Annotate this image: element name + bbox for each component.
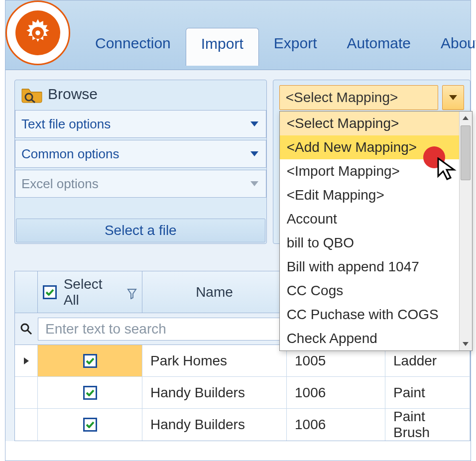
excel-options: Excel options [15,170,266,198]
folder-search-icon [21,85,43,103]
row-checkbox-cell[interactable] [38,377,142,408]
cell-id: 1006 [287,409,385,441]
app-window: Connection Import Export Automate About [5,0,471,461]
menu-about[interactable]: About [426,28,476,64]
cell-item: Paint Brush [385,409,470,441]
mapping-option[interactable]: Check Append [280,327,459,350]
mapping-option[interactable]: CC Puchase with COGS [280,303,459,327]
row-indicator [15,377,38,408]
browse-button[interactable]: Browse [15,80,266,108]
mapping-option[interactable]: <Import Mapping> [280,159,459,183]
mapping-option[interactable]: Bill with append 1047 [280,255,459,279]
file-panel: Browse Text file options Common options … [14,80,267,244]
row-indicator-header [15,271,38,313]
text-file-options[interactable]: Text file options [15,110,266,138]
select-all-header[interactable]: Select All [38,271,142,313]
row-checkbox[interactable] [83,386,97,400]
scroll-up-button[interactable] [460,112,472,124]
excel-options-label: Excel options [21,176,99,192]
cell-id: 1006 [287,377,385,408]
mapping-select[interactable]: <Select Mapping> [279,85,438,110]
common-options-label: Common options [21,146,119,162]
cell-name: Handy Builders [142,409,287,441]
mapping-option[interactable]: CC Cogs [280,279,459,303]
svg-point-2 [21,324,28,331]
row-indicator [15,345,38,376]
row-indicator [15,409,38,441]
cell-name: Park Homes [142,345,287,376]
row-checkbox-cell[interactable] [38,409,142,441]
app-logo[interactable] [5,0,70,65]
select-all-label: Select All [64,276,120,308]
select-all-checkbox[interactable] [43,285,57,299]
browse-label: Browse [48,86,98,103]
scroll-down-button[interactable] [460,338,472,350]
chevron-down-icon [449,95,457,100]
ribbon-bar: Connection Import Export Automate About [5,0,471,70]
chevron-down-icon [249,118,260,129]
search-icon [15,323,38,336]
table-row[interactable]: Handy Builders1006Paint Brush [15,409,470,441]
svg-line-3 [27,330,31,334]
text-file-options-label: Text file options [21,116,111,132]
select-file-footer: Select a file [16,219,265,242]
common-options[interactable]: Common options [15,140,266,168]
mapping-option[interactable]: <Edit Mapping> [280,183,459,207]
mapping-dropdown-button[interactable] [442,85,464,110]
grid-body: Park Homes1005LadderHandy Builders1006Pa… [15,345,470,441]
row-checkbox[interactable] [83,354,97,368]
mapping-panel: <Select Mapping> <Select Mapping><Add Ne… [273,80,471,244]
table-row[interactable]: Handy Builders1006Paint [15,377,470,409]
chevron-down-icon [249,178,260,189]
mapping-option[interactable]: <Select Mapping> [280,112,459,135]
gear-icon [23,18,53,48]
menu-automate[interactable]: Automate [332,28,426,64]
row-checkbox-cell[interactable] [38,345,142,376]
name-column-header[interactable]: Name [142,271,287,313]
mapping-option[interactable]: <Add New Mapping> [280,135,459,159]
menu-connection[interactable]: Connection [80,28,186,64]
menu-export[interactable]: Export [259,28,332,64]
cell-name: Handy Builders [142,377,287,408]
dropdown-scrollbar[interactable] [459,112,472,350]
chevron-down-icon [249,148,260,159]
ribbon-content: Browse Text file options Common options … [5,70,471,441]
mapping-dropdown[interactable]: <Select Mapping><Add New Mapping><Import… [279,111,473,351]
menu-import[interactable]: Import [186,28,259,66]
mapping-select-value: <Select Mapping> [286,90,398,106]
mapping-option[interactable]: bill to QBO [280,231,459,255]
cell-item: Paint [385,377,470,408]
scroll-thumb[interactable] [461,125,471,180]
mapping-option[interactable]: Account [280,207,459,231]
row-checkbox[interactable] [83,418,97,432]
filter-icon[interactable] [127,287,137,298]
